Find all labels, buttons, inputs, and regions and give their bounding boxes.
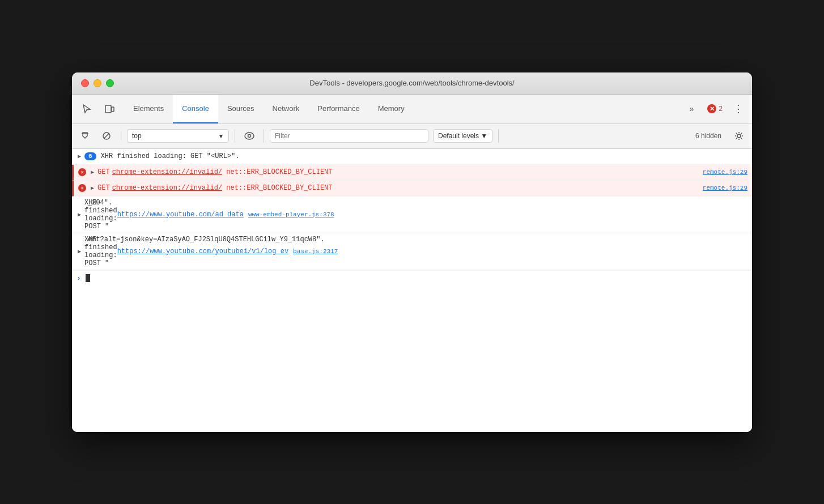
select-element-button[interactable] xyxy=(77,99,97,119)
url-text[interactable]: chrome-extension://invalid/ xyxy=(112,168,222,176)
tab-network[interactable]: Network xyxy=(264,95,309,123)
url-link[interactable]: https://www.youtube.com/youtubei/v1/log_… xyxy=(117,247,288,255)
log-entry: ▶ XHR finished loading: POST " https://w… xyxy=(72,197,752,233)
devtools-panel: Elements Console Sources Network Perform… xyxy=(72,95,752,432)
tab-console[interactable]: Console xyxy=(173,95,218,123)
expand-icon[interactable]: ▶ xyxy=(77,153,82,160)
source-link[interactable]: base.js:2317 xyxy=(293,248,338,255)
error-log-entry: ✕ ▶ GET chrome-extension://invalid/ net:… xyxy=(72,165,752,181)
minimize-button[interactable] xyxy=(94,79,101,87)
device-icon xyxy=(104,104,114,114)
url-link[interactable]: https://www.youtube.com/ad_data xyxy=(117,211,244,219)
error-icon: ✕ xyxy=(78,168,86,176)
console-prompt-icon: › xyxy=(77,274,81,283)
devtools-window: DevTools - developers.google.com/web/too… xyxy=(72,72,752,432)
log-entry: ▶ XHR finished loading: POST " https://w… xyxy=(72,233,752,270)
tabs-list: Elements Console Sources Network Perform… xyxy=(124,95,682,123)
expand-icon[interactable]: ▶ xyxy=(90,169,95,176)
divider-2 xyxy=(235,129,235,143)
source-link[interactable]: www-embed-player.js:378 xyxy=(248,211,334,218)
tab-memory[interactable]: Memory xyxy=(369,95,414,123)
window-title: DevTools - developers.google.com/web/too… xyxy=(309,79,514,87)
hidden-count: 6 hidden xyxy=(695,132,726,140)
svg-point-6 xyxy=(245,133,254,139)
log-text-cont: _204". xyxy=(88,199,112,207)
console-output: ▶ 6 XHR finished loading: GET "<URL>". ✕… xyxy=(72,149,752,432)
console-input-row: › xyxy=(72,270,752,286)
live-expressions-button[interactable] xyxy=(241,127,258,144)
method-text: GET xyxy=(97,184,110,192)
levels-label: Default levels ▼ xyxy=(438,132,487,140)
clear-icon xyxy=(80,131,90,140)
traffic-lights xyxy=(81,79,114,87)
filter-input[interactable] xyxy=(270,129,428,143)
error-text: net::ERR_BLOCKED_BY_CLIENT xyxy=(222,184,332,192)
divider-1 xyxy=(121,129,121,143)
console-toolbar: top ▼ Default levels ▼ 6 hidden xyxy=(72,124,752,149)
console-settings-button[interactable] xyxy=(730,127,747,144)
error-count-icon: ✕ xyxy=(707,104,716,113)
gear-icon xyxy=(734,131,744,140)
context-value: top xyxy=(132,132,142,140)
tabs-right-controls: » ✕ 2 ⋮ xyxy=(682,95,747,123)
divider-3 xyxy=(264,129,264,143)
divider-4 xyxy=(498,129,499,143)
svg-line-5 xyxy=(104,134,109,139)
svg-point-7 xyxy=(248,135,251,138)
expand-icon[interactable]: ▶ xyxy=(77,211,82,218)
tab-sources[interactable]: Sources xyxy=(218,95,264,123)
error-icon: ✕ xyxy=(78,184,86,192)
cursor-icon xyxy=(82,104,92,114)
tabs-bar: Elements Console Sources Network Perform… xyxy=(72,95,752,124)
more-tabs-button[interactable]: » xyxy=(682,100,700,118)
block-icon xyxy=(102,131,111,140)
svg-rect-1 xyxy=(112,107,114,112)
error-badge[interactable]: ✕ 2 xyxy=(703,102,727,116)
expand-icon[interactable]: ▶ xyxy=(90,185,95,191)
close-button[interactable] xyxy=(81,79,89,87)
method-text: GET xyxy=(97,168,110,176)
error-text: net::ERR_BLOCKED_BY_CLIENT xyxy=(222,168,332,176)
more-options-button[interactable]: ⋮ xyxy=(729,100,747,118)
tab-elements[interactable]: Elements xyxy=(124,95,173,123)
eye-icon xyxy=(244,132,254,140)
log-levels-button[interactable]: Default levels ▼ xyxy=(433,129,492,143)
error-count: 2 xyxy=(719,105,723,113)
source-link[interactable]: remote.js:29 xyxy=(703,169,747,176)
preserve-log-button[interactable] xyxy=(98,127,115,144)
device-toolbar-button[interactable] xyxy=(99,99,120,119)
url-text[interactable]: chrome-extension://invalid/ xyxy=(112,184,222,192)
tab-controls xyxy=(77,95,120,123)
log-text: XHR finished loading: GET "<URL>". xyxy=(101,151,747,161)
error-log-entry: ✕ ▶ GET chrome-extension://invalid/ net:… xyxy=(72,181,752,197)
log-entry: ▶ 6 XHR finished loading: GET "<URL>". xyxy=(72,149,752,165)
tab-performance[interactable]: Performance xyxy=(308,95,368,123)
console-cursor xyxy=(86,274,90,282)
context-selector[interactable]: top ▼ xyxy=(127,129,229,143)
clear-console-button[interactable] xyxy=(77,127,94,144)
maximize-button[interactable] xyxy=(106,79,114,87)
expand-icon[interactable]: ▶ xyxy=(77,248,82,255)
svg-rect-0 xyxy=(105,105,111,113)
repeat-badge: 6 xyxy=(84,152,96,160)
log-text-cont: ent?alt=json&key=AIzaSyAO_FJ2SlqU8Q4STEH… xyxy=(88,236,325,244)
context-chevron-icon: ▼ xyxy=(218,133,224,139)
titlebar: DevTools - developers.google.com/web/too… xyxy=(72,72,752,95)
source-link[interactable]: remote.js:29 xyxy=(703,185,747,191)
svg-point-8 xyxy=(737,134,741,138)
